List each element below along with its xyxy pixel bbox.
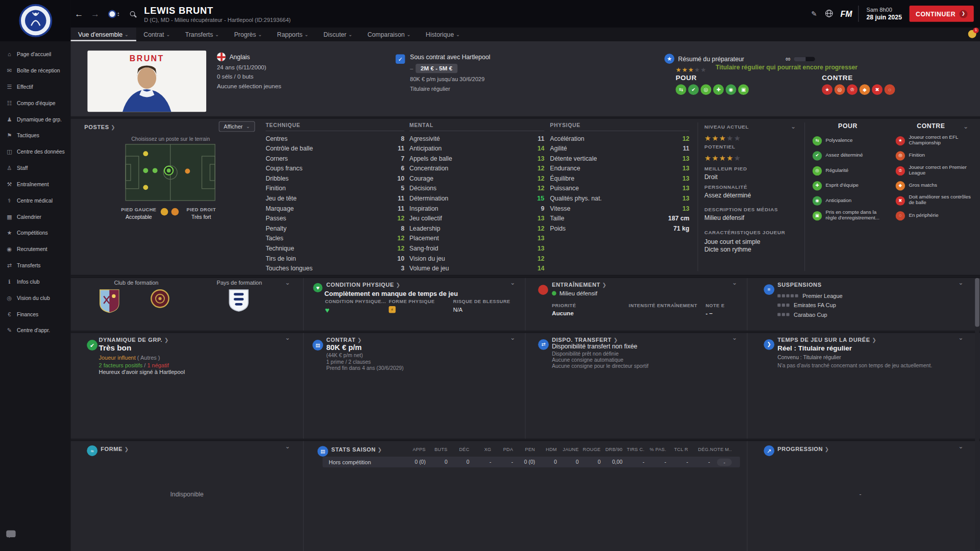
formation-country-flag[interactable] — [228, 289, 250, 313]
position-dot[interactable] — [143, 185, 148, 190]
attribute-value: 10 — [398, 174, 405, 181]
chevron-down-icon[interactable]: ⌄ — [958, 334, 963, 341]
club-quick-switch[interactable]: ▴▾ — [108, 10, 119, 18]
suspension-row[interactable]: Emirates FA Cup — [777, 300, 842, 310]
pitch-graphic[interactable] — [125, 144, 216, 202]
playing-time-title[interactable]: TEMPS DE JEU SUR LA DURÉE ❯ — [777, 337, 876, 343]
club-badge[interactable] — [18, 4, 52, 37]
transfer-title[interactable]: DISPO. TRANSFERT ❯ — [552, 337, 618, 343]
stats-column-header: ROUGE — [579, 447, 601, 453]
positions-link[interactable]: POSTES❯ — [84, 124, 115, 131]
chat-icon[interactable] — [6, 531, 15, 537]
attribute-value: 11 — [683, 144, 690, 151]
suspensions-title[interactable]: SUSPENSIONS — [777, 282, 821, 288]
chevron-down-icon[interactable]: ⌄ — [732, 279, 737, 286]
sidebar-item-dynamics[interactable]: ♟Dynamique de grp. — [0, 111, 70, 128]
chevron-down-icon[interactable]: ⌄ — [958, 279, 963, 286]
attribute-value: 14 — [537, 144, 545, 151]
sidebar-item-club-info[interactable]: ℹInfos club — [0, 273, 70, 290]
suspension-row[interactable]: Carabao Cup — [777, 310, 842, 319]
show-dropdown[interactable]: Afficher ⌄ — [219, 121, 255, 132]
peripheral-icon: ◌ — [896, 211, 905, 220]
sidebar-item-finances[interactable]: €Finances — [0, 306, 70, 322]
transfer-value[interactable]: 2M € - 5M € — [415, 64, 457, 73]
tab-transferts[interactable]: Transferts⌄ — [178, 28, 227, 41]
tab-rapports[interactable]: Rapports⌄ — [270, 28, 316, 41]
sidebar-item-tactics[interactable]: ⚑Tactiques — [0, 128, 70, 144]
back-button[interactable]: ← — [70, 9, 87, 19]
position-dot[interactable] — [153, 168, 158, 173]
formation-club-logo-1[interactable] — [99, 289, 120, 314]
progression-title[interactable]: PROGRESSION ❯ — [777, 446, 829, 452]
sidebar-item-dev-centre[interactable]: ✎Centre d'appr. — [0, 322, 70, 339]
position-dot[interactable] — [185, 169, 190, 174]
continue-button[interactable]: CONTINUER ❯ — [910, 6, 974, 22]
tab-historique[interactable]: Historique⌄ — [418, 28, 467, 41]
suspension-row[interactable]: Premier League — [777, 291, 842, 300]
stats-data-row[interactable]: Hors compétition 0 (0)00--0 (0)0000,00--… — [323, 457, 740, 467]
position-dot — [167, 168, 171, 172]
tab-progres[interactable]: Progrès⌄ — [227, 28, 270, 41]
report-item-label: Régularité — [826, 168, 888, 173]
media-description-value: Milieu défensif — [704, 214, 744, 221]
attribute-row: Dribbles10 — [265, 173, 404, 183]
position-dot[interactable] — [143, 168, 148, 173]
chevron-down-icon[interactable]: ⌄ — [285, 443, 290, 449]
training-focus: Milieu défensif — [552, 290, 597, 296]
sidebar-item-inbox[interactable]: ✉Boîte de réception — [0, 62, 70, 79]
chevron-down-icon[interactable]: ⌄ — [285, 279, 290, 286]
season-stats-title[interactable]: STATS SAISON ❯ — [331, 447, 382, 453]
condition-title[interactable]: CONDITION PHYSIQUE ❯ — [326, 282, 400, 288]
dynamics-note: Heureux d'avoir signé à Hartlepool — [99, 369, 185, 375]
chevron-down-icon[interactable]: ⌄ — [510, 334, 515, 341]
competitions-icon: ★ — [6, 230, 13, 236]
chevron-down-icon[interactable]: ⌄ — [510, 279, 515, 286]
sidebar-item-competitions[interactable]: ★Compétitions — [0, 225, 70, 241]
training-title[interactable]: ENTRAÎNEMENT ❯ — [552, 282, 606, 288]
chevron-down-icon[interactable]: ⌄ — [963, 123, 968, 130]
right-foot-value: Très fort — [182, 214, 220, 220]
separator: / — [142, 362, 147, 368]
tab-comparaison[interactable]: Comparaison⌄ — [360, 28, 418, 41]
dynamics-title[interactable]: DYNAMIQUE DE GRP. ❯ — [99, 337, 168, 343]
sidebar-item-home[interactable]: ⌂Page d'accueil — [0, 46, 70, 63]
tab-discuter[interactable]: Discuter⌄ — [316, 28, 360, 41]
determination-icon: ✔ — [688, 84, 699, 95]
notification-icon[interactable]: 1 — [968, 30, 976, 38]
chevron-down-icon[interactable]: ⌄ — [285, 334, 290, 341]
sidebar-item-medical[interactable]: ⚕Centre médical — [0, 192, 70, 209]
condition-title-label: CONDITION PHYSIQUE — [326, 282, 394, 288]
sidebar-item-squad[interactable]: ☰Effectif — [0, 79, 70, 95]
sidebar-item-transfers[interactable]: ⇄Transferts — [0, 257, 70, 273]
chevron-down-icon[interactable]: ⌄ — [791, 123, 796, 130]
coach-report-title[interactable]: Résumé du préparateur — [678, 55, 744, 62]
form-title[interactable]: FORME ❯ — [101, 446, 129, 452]
stats-column-header: PDA — [491, 447, 513, 453]
edit-button[interactable]: ✎ — [806, 10, 821, 18]
search-button[interactable] — [124, 11, 140, 16]
sidebar-item-training[interactable]: ⚒Entraînement — [0, 176, 70, 192]
scrollbar-thumb[interactable] — [975, 278, 979, 327]
tab-vue-densemble[interactable]: Vue d'ensemble⌄ — [70, 28, 136, 41]
tab-label: Progrès — [234, 31, 256, 38]
attribute-name: Placement — [409, 235, 439, 241]
sidebar-item-staff[interactable]: ♙Staff — [0, 160, 70, 176]
sidebar-item-club-vision[interactable]: ◎Vision du club — [0, 290, 70, 306]
dof-instruction: Aucune consigne pour le directeur sporti… — [552, 363, 648, 369]
chevron-down-icon[interactable]: ⌄ — [732, 334, 737, 341]
sidebar-item-data-hub[interactable]: ◫Centre des données — [0, 144, 70, 160]
club-info-icon: ℹ — [6, 279, 13, 285]
contract-title[interactable]: CONTRAT ❯ — [326, 337, 362, 343]
language-globe-button[interactable] — [822, 9, 837, 18]
sidebar-item-scouting[interactable]: ◉Recrutement — [0, 241, 70, 258]
forward-button[interactable]: → — [87, 9, 103, 19]
tab-contrat[interactable]: Contrat⌄ — [136, 28, 178, 41]
condition-panel: ♥ CONDITION PHYSIQUE ❯ Complètement en m… — [303, 278, 525, 331]
sidebar-item-calendar[interactable]: ▦Calendrier — [0, 209, 70, 225]
technique-attributes: TECHNIQUECentres8Contrôle de balle11Corn… — [265, 122, 404, 273]
chevron-down-icon[interactable]: ⌄ — [958, 443, 963, 449]
sidebar-item-lineup[interactable]: ☷Compo d'équipe — [0, 95, 70, 111]
position-dot[interactable] — [143, 151, 148, 156]
formation-club-label: Club de formation — [95, 280, 177, 286]
formation-club-logo-2[interactable] — [150, 289, 170, 309]
